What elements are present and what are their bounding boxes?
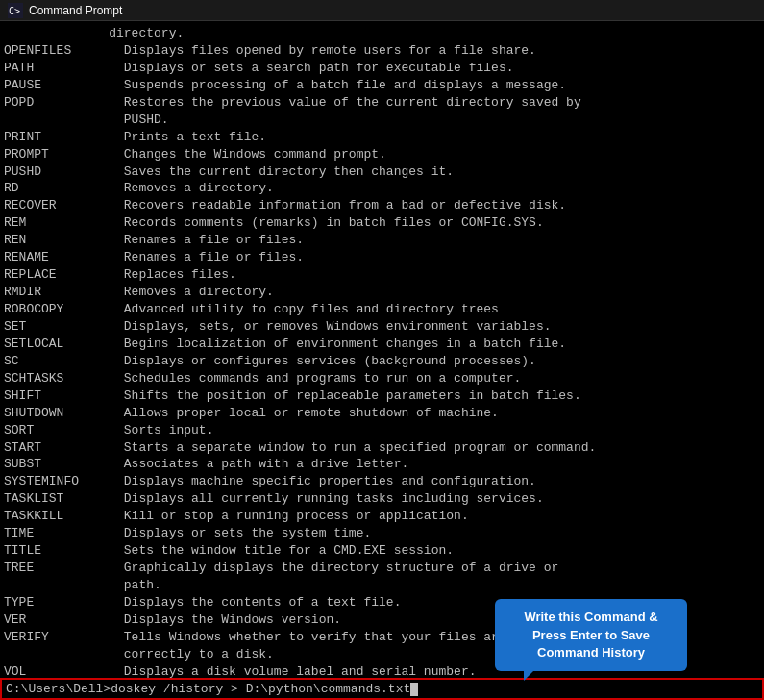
term-line-replace: REPLACE Replaces files. [4, 266, 760, 284]
term-line-setlocal: SETLOCAL Begins localization of environm… [4, 336, 760, 353]
tooltip-text: Write this Command & Press Enter to Save… [524, 610, 657, 659]
term-line-rmdir: RMDIR Removes a directory. [4, 284, 760, 301]
term-line-popd2: PUSHD. [4, 112, 760, 129]
term-line-pause: PAUSE Suspends processing of a batch fil… [4, 77, 760, 94]
term-line-time: TIME Displays or sets the system time. [4, 525, 760, 542]
term-line-pushd: PUSHD Saves the current directory then c… [4, 163, 760, 181]
title-bar: C> Command Prompt [0, 0, 764, 21]
svg-text:C>: C> [9, 6, 20, 16]
term-line-prompt: PROMPT Changes the Windows command promp… [4, 146, 760, 163]
term-line-systeminfo: SYSTEMINFO Displays machine specific pro… [4, 473, 760, 490]
term-line-rename: RENAME Renames a file or files. [4, 249, 760, 266]
term-line-shutdown: SHUTDOWN Allows proper local or remote s… [4, 405, 760, 422]
term-line-robocopy: ROBOCOPY Advanced utility to copy files … [4, 301, 760, 318]
term-line-openfiles: OPENFILES Displays files opened by remot… [4, 42, 760, 60]
term-line-title: TITLE Sets the window title for a CMD.EX… [4, 542, 760, 560]
prompt-text: C:\Users\Dell>doskey /history > D:\pytho… [6, 682, 410, 696]
cmd-icon: C> [8, 3, 23, 18]
term-line-rem: REM Records comments (remarks) in batch … [4, 214, 760, 232]
window-title: Command Prompt [29, 4, 122, 17]
term-line-taskkill: TASKKILL Kill or stop a running process … [4, 508, 760, 525]
term-line-shift: SHIFT Shifts the position of replaceable… [4, 388, 760, 405]
term-line-recover: RECOVER Recovers readable information fr… [4, 197, 760, 214]
cursor [410, 683, 418, 696]
terminal-body: directory. OPENFILES Displays files open… [0, 21, 764, 700]
term-line-popd: POPD Restores the previous value of the … [4, 94, 760, 112]
term-line-sc: SC Displays or configures services (back… [4, 353, 760, 370]
term-line-start: START Starts a separate window to run a … [4, 439, 760, 457]
tooltip-bubble: Write this Command & Press Enter to Save… [495, 599, 687, 671]
term-line-ren: REN Renames a file or files. [4, 232, 760, 249]
term-line-schtasks: SCHTASKS Schedules commands and programs… [4, 370, 760, 388]
term-line-tree: TREE Graphically displays the directory … [4, 560, 760, 577]
term-line-print: PRINT Prints a text file. [4, 129, 760, 146]
prompt-line[interactable]: C:\Users\Dell>doskey /history > D:\pytho… [0, 678, 764, 700]
term-line-set: SET Displays, sets, or removes Windows e… [4, 318, 760, 336]
term-line-rd: RD Removes a directory. [4, 180, 760, 197]
term-line-sort: SORT Sorts input. [4, 422, 760, 439]
term-line-dir: directory. [4, 25, 760, 42]
term-line-tree2: path. [4, 577, 760, 594]
term-line-path: PATH Displays or sets a search path for … [4, 60, 760, 77]
term-line-subst: SUBST Associates a path with a drive let… [4, 456, 760, 473]
term-line-tasklist: TASKLIST Displays all currently running … [4, 490, 760, 508]
